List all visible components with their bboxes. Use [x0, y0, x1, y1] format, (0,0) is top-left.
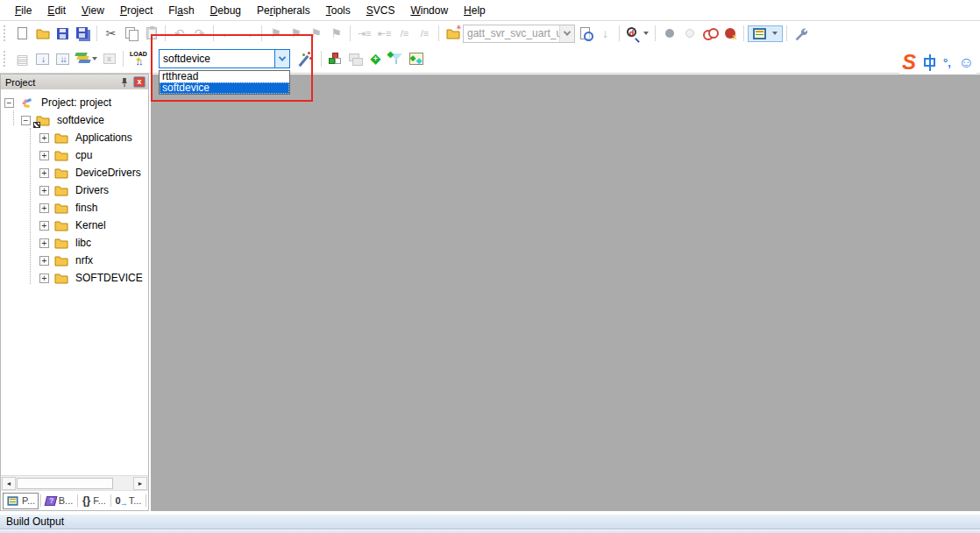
manage-multi-project-icon[interactable]: [345, 49, 366, 68]
expand-expander-icon[interactable]: +: [39, 168, 49, 178]
tree-row-group[interactable]: + cpu: [1, 146, 148, 164]
menu-help[interactable]: Help: [456, 2, 494, 19]
expand-expander-icon[interactable]: +: [39, 238, 49, 248]
kill-all-breakpoints-icon[interactable]: [720, 24, 740, 43]
pack-installer-icon[interactable]: [406, 49, 426, 68]
collapse-expander-icon[interactable]: −: [4, 98, 14, 108]
menu-svcs[interactable]: SVCS: [359, 2, 403, 19]
configure-wizard-icon[interactable]: ✳: [443, 24, 463, 43]
cut-icon[interactable]: [101, 24, 121, 43]
stop-build-icon[interactable]: x: [99, 49, 119, 68]
tree-row-group[interactable]: + nrfx: [1, 252, 148, 269]
chinese-mode-icon[interactable]: [924, 58, 935, 67]
tree-row-group[interactable]: + libc: [1, 234, 148, 252]
tree-row-target-softdevice[interactable]: − softdevice: [1, 111, 148, 129]
menu-debug[interactable]: Debug: [202, 2, 249, 19]
project-target-icon: [19, 96, 34, 109]
sogou-logo-icon[interactable]: S: [902, 52, 916, 73]
menu-view[interactable]: View: [74, 2, 112, 19]
menu-peripherals[interactable]: Peripherals: [249, 2, 318, 19]
next-bookmark-icon[interactable]: [306, 24, 326, 43]
find-symbol-icon[interactable]: d: [623, 24, 651, 43]
navigate-back-icon[interactable]: [217, 24, 238, 43]
open-file-icon[interactable]: [32, 24, 53, 43]
tree-row-group[interactable]: + SOFTDEVICE: [1, 269, 148, 287]
tab-project[interactable]: P...: [3, 493, 39, 509]
tree-row-group[interactable]: + Drivers: [1, 181, 148, 199]
menu-project[interactable]: Project: [112, 2, 160, 19]
navigate-forward-icon[interactable]: [238, 24, 258, 43]
batch-build-icon[interactable]: [73, 49, 99, 68]
tree-row-group[interactable]: + DeviceDrivers: [1, 164, 148, 181]
search-text-combo[interactable]: gatt_svr_svc_uart_uuid: [463, 25, 575, 43]
configure-tools-icon[interactable]: [791, 24, 811, 43]
menu-file[interactable]: File: [7, 2, 39, 19]
manage-project-items-icon[interactable]: [325, 49, 345, 68]
expand-expander-icon[interactable]: +: [39, 203, 49, 213]
scroll-right-button[interactable]: ►: [133, 477, 147, 490]
incremental-find-icon[interactable]: [595, 24, 615, 43]
insert-bookmark-icon[interactable]: [266, 24, 286, 43]
clear-bookmarks-icon[interactable]: [326, 24, 346, 43]
build-output-caption[interactable]: Build Output: [0, 514, 980, 529]
menu-edit[interactable]: Edit: [39, 2, 74, 19]
paste-icon[interactable]: [141, 24, 161, 43]
previous-bookmark-icon[interactable]: [286, 24, 306, 43]
tab-books[interactable]: B...: [43, 494, 76, 508]
comment-icon[interactable]: [394, 24, 415, 43]
collapse-expander-icon[interactable]: −: [21, 116, 31, 125]
uncomment-icon[interactable]: [415, 24, 435, 43]
target-select-combo[interactable]: softdevice: [159, 49, 290, 68]
breakpoint-empty-icon[interactable]: [679, 24, 699, 43]
horizontal-scrollbar[interactable]: ◄ ►: [1, 475, 148, 490]
menu-window[interactable]: Window: [402, 2, 456, 19]
translate-icon[interactable]: [12, 49, 32, 68]
download-icon[interactable]: LOAD ↓↓: [127, 49, 150, 68]
punctuation-mode-icon[interactable]: °,: [943, 56, 951, 69]
scroll-left-button[interactable]: ◄: [2, 477, 16, 490]
tree-row-group[interactable]: + Kernel: [1, 217, 148, 234]
close-panel-icon[interactable]: x: [133, 76, 146, 88]
menu-flash[interactable]: Flash: [160, 2, 202, 19]
target-combo-dropdown-button[interactable]: [274, 50, 289, 68]
rebuild-icon[interactable]: ↓↓: [53, 49, 73, 68]
disable-all-breakpoints-icon[interactable]: [699, 24, 720, 43]
expand-expander-icon[interactable]: +: [39, 151, 49, 160]
expand-expander-icon[interactable]: +: [39, 256, 49, 266]
search-combo-dropdown-button[interactable]: [559, 25, 574, 42]
build-icon[interactable]: ↓: [32, 49, 53, 68]
manage-rte-icon[interactable]: [366, 49, 386, 68]
outdent-icon[interactable]: [374, 24, 394, 43]
tab-functions[interactable]: {} F...: [80, 493, 109, 508]
expand-expander-icon[interactable]: +: [39, 133, 49, 143]
tab-templates[interactable]: 0 T...: [113, 494, 145, 508]
select-software-packs-icon[interactable]: ◆: [386, 49, 406, 68]
indent-icon[interactable]: [354, 24, 374, 43]
toolbar-grip[interactable]: [4, 25, 10, 41]
options-for-target-icon[interactable]: [296, 52, 312, 68]
breakpoint-icon[interactable]: [659, 24, 679, 43]
project-tree: − Project: project − softdevice + Applic…: [1, 89, 148, 475]
redo-icon[interactable]: [189, 24, 209, 43]
folder-icon: [54, 238, 68, 249]
find-in-files-icon[interactable]: [575, 24, 595, 43]
expand-expander-icon[interactable]: +: [39, 221, 49, 231]
new-file-icon[interactable]: [12, 24, 32, 43]
emoji-icon[interactable]: ☺: [959, 55, 974, 70]
tree-row-group[interactable]: + Applications: [1, 129, 148, 146]
menu-tools[interactable]: Tools: [318, 2, 359, 19]
project-windows-button[interactable]: [748, 25, 783, 42]
tree-label-group: libc: [74, 237, 93, 249]
target-option-softdevice[interactable]: softdevice: [160, 82, 289, 94]
undo-icon[interactable]: [169, 24, 189, 43]
toolbar-grip[interactable]: [4, 51, 10, 67]
tree-row-project-root[interactable]: − Project: project: [1, 94, 148, 111]
expand-expander-icon[interactable]: +: [39, 186, 49, 195]
save-icon[interactable]: [53, 24, 73, 43]
save-all-icon[interactable]: [73, 24, 93, 43]
scrollbar-thumb[interactable]: [17, 478, 113, 489]
tree-row-group[interactable]: + finsh: [1, 199, 148, 217]
expand-expander-icon[interactable]: +: [39, 274, 49, 283]
copy-icon[interactable]: [121, 24, 141, 43]
pin-icon[interactable]: [119, 77, 130, 88]
